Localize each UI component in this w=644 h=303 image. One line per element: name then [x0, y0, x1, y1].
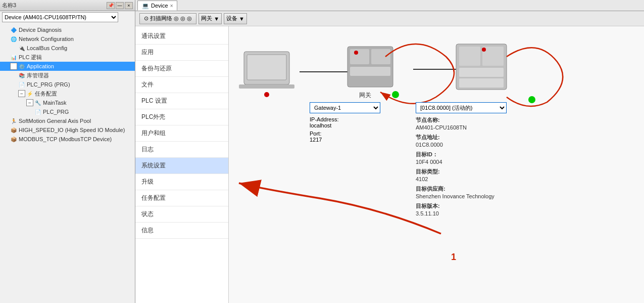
svg-point-3: [264, 92, 269, 97]
svg-point-19: [528, 96, 535, 103]
svg-point-9: [354, 51, 358, 55]
svg-rect-14: [459, 47, 480, 66]
maintask-icon: 🔧: [34, 99, 41, 106]
menu-task-cfg[interactable]: 任务配置: [135, 190, 228, 206]
toolbar: ⊙ 扫描网络 ◎ ◎ ◎ 网关 ▼ 设备 ▼: [135, 11, 644, 26]
device-toolbar-dropdown[interactable]: 设备 ▼: [224, 13, 247, 24]
gateway-chevron: ▼: [214, 16, 219, 22]
tree-item-modbus[interactable]: 📦 MODBUS_TCP (ModbusTCP Device): [0, 135, 135, 144]
tree-item-localbus[interactable]: 🔌 LocalBus Config: [0, 44, 135, 53]
device-info-panel: 节点名称: AM401-CPU1608TN 节点地址: 01C8.0000 目标…: [416, 116, 494, 220]
node-name-value: AM401-CPU1608TN: [416, 124, 494, 131]
tree-item-maintask[interactable]: − 🔧 MainTask: [0, 98, 135, 107]
target-id-value: 10F4 0004: [416, 159, 494, 165]
menu-system[interactable]: 系统设置: [135, 158, 228, 174]
tree-item-library[interactable]: 📚 库管理器: [0, 71, 135, 80]
right-content: 网关: [229, 26, 644, 303]
svg-rect-7: [371, 49, 390, 64]
device-chevron: ▼: [239, 16, 244, 22]
svg-point-18: [482, 48, 486, 52]
svg-rect-1: [247, 55, 286, 80]
app-icon: ⚙️: [18, 63, 25, 70]
menu-upgrade[interactable]: 升级: [135, 174, 228, 190]
tree-item-device-diag[interactable]: 🔷 Device Diagnosis: [0, 25, 135, 34]
gateway-select[interactable]: Gateway-1: [310, 102, 380, 113]
prg-icon: 📄: [18, 81, 25, 88]
localbus-icon: 🔌: [18, 45, 25, 52]
menu-apply[interactable]: 应用: [135, 45, 228, 61]
tree-item-plc-logic[interactable]: 📊 PLC 逻辑: [0, 53, 135, 62]
tree-item-plc-prg2[interactable]: 📄 PLC_PRG: [0, 107, 135, 116]
port-label: Port:: [310, 131, 321, 137]
target-version-label: 目标版本:: [416, 202, 494, 210]
menu-backup[interactable]: 备份与还原: [135, 61, 228, 77]
prg2-icon: 📄: [34, 108, 41, 115]
left-menu: 通讯设置 应用 备份与还原 文件 PLC 设置 PLC外壳 用户和组 日志: [135, 26, 229, 303]
scan-dots: ◎ ◎ ◎: [174, 15, 192, 22]
left-panel-header: 名称3 📌 — ×: [0, 0, 135, 11]
minimize-button[interactable]: —: [116, 2, 124, 9]
ip-value: localhost: [310, 122, 331, 128]
left-panel-title: 名称3: [2, 2, 16, 9]
device-selector-area: [01C8.0000] (活动的): [416, 102, 507, 113]
io-icon: 📦: [10, 126, 17, 134]
svg-point-10: [392, 91, 399, 98]
tree-item-highspeed[interactable]: 📦 HIGH_SPEED_IO (High Speed IO Module): [0, 125, 135, 135]
svg-text:网关: 网关: [359, 92, 371, 99]
device-select[interactable]: [01C8.0000] (活动的): [416, 102, 507, 113]
tree-item-plc-prg[interactable]: 📄 PLC_PRG (PRG): [0, 80, 135, 89]
lib-icon: 📚: [18, 72, 25, 79]
svg-rect-17: [459, 78, 504, 88]
svg-rect-16: [459, 68, 504, 77]
target-version-value: 3.5.11.10: [416, 210, 494, 217]
scan-icon: ⊙: [144, 15, 148, 22]
target-type-label: 目标类型:: [416, 168, 494, 176]
svg-rect-8: [350, 67, 390, 76]
main-area: 💻 Device × ⊙ 扫描网络 ◎ ◎ ◎ 网关 ▼ 设备 ▼ 通讯设置 应…: [135, 0, 644, 303]
svg-rect-2: [239, 84, 294, 89]
target-vendor-row: 目标供应商: Shenzhen Inovance Technology: [416, 185, 494, 199]
tree-item-task-config[interactable]: − ⚡ 任务配置: [0, 89, 135, 98]
gateway-dropdown[interactable]: 网关 ▼: [199, 13, 222, 24]
left-panel-controls: 📌 — ×: [107, 2, 133, 9]
tree-item-application[interactable]: − ⚙️ Application: [0, 62, 135, 71]
scan-network-btn[interactable]: ⊙ 扫描网络 ◎ ◎ ◎: [139, 13, 196, 24]
plc-icon: 📊: [10, 54, 17, 61]
menu-status[interactable]: 状态: [135, 206, 228, 223]
tree-item-softmotion[interactable]: 🏃 SoftMotion General Axis Pool: [0, 116, 135, 125]
menu-info[interactable]: 信息: [135, 223, 228, 239]
left-panel: 名称3 📌 — × Device (AM401-CPU1608TP/TN) 🔷 …: [0, 0, 135, 303]
menu-plc-settings[interactable]: PLC 设置: [135, 93, 228, 109]
tree-view: 🔷 Device Diagnosis 🌐 Network Configurati…: [0, 23, 135, 146]
modbus-icon: 📦: [10, 136, 17, 143]
tab-close-btn[interactable]: ×: [170, 3, 173, 9]
ip-label: IP-Address:: [310, 116, 338, 122]
node-name-row: 节点名称: AM401-CPU1608TN: [416, 116, 494, 131]
menu-log[interactable]: 日志: [135, 142, 228, 158]
annotation-number: 1: [451, 252, 456, 263]
target-version-row: 目标版本: 3.5.11.10: [416, 202, 494, 217]
port-row: Port: 1217: [310, 131, 338, 143]
target-id-label: 目标ID：: [416, 151, 494, 158]
expand-maintask[interactable]: −: [26, 99, 33, 106]
device-tab[interactable]: 💻 Device ×: [137, 1, 177, 11]
expand-app[interactable]: −: [10, 63, 17, 70]
menu-plc-shell[interactable]: PLC外壳: [135, 109, 228, 125]
network-icon: 🌐: [10, 35, 17, 42]
gateway-info: IP-Address: localhost Port: 1217: [310, 116, 338, 143]
device-dropdown[interactable]: Device (AM401-CPU1608TP/TN): [2, 12, 118, 22]
gateway-selector-area: Gateway-1: [310, 102, 380, 113]
diag-icon: 🔷: [10, 26, 17, 33]
svg-rect-6: [350, 49, 369, 64]
pin-button[interactable]: 📌: [107, 2, 115, 9]
menu-file[interactable]: 文件: [135, 77, 228, 93]
network-diagram: 网关: [234, 31, 577, 133]
menu-users[interactable]: 用户和组: [135, 125, 228, 142]
menu-comm[interactable]: 通讯设置: [135, 28, 228, 45]
expand-task[interactable]: −: [18, 90, 25, 97]
tree-item-network-config[interactable]: 🌐 Network Configuration: [0, 34, 135, 44]
device-icon-tab: 💻: [142, 3, 149, 9]
target-vendor-label: 目标供应商:: [416, 185, 494, 193]
close-panel-button[interactable]: ×: [125, 2, 133, 9]
target-type-row: 目标类型: 4102: [416, 168, 494, 182]
